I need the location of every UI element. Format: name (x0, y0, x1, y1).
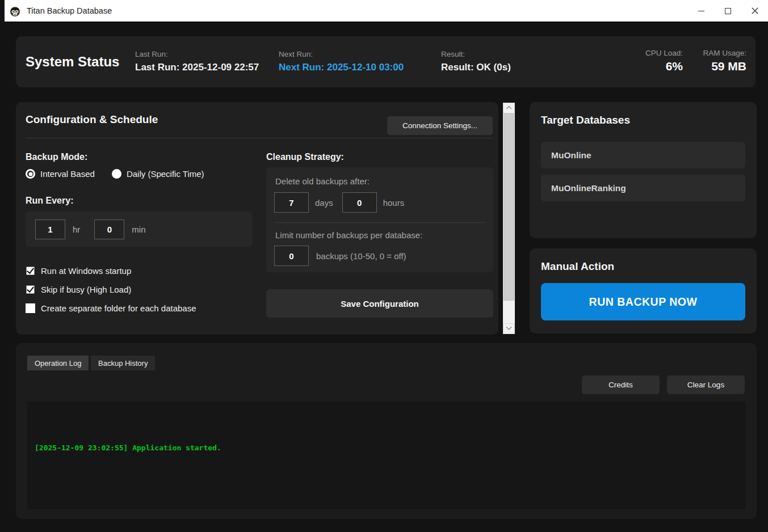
system-status-panel: System Status Last Run: Last Run: 2025-1… (16, 36, 756, 87)
cpu-load-stat: CPU Load: 6% (645, 49, 683, 73)
next-run-stat: Next Run: Next Run: 2025-12-10 03:00 (279, 50, 404, 73)
delete-hours-input[interactable] (342, 192, 377, 213)
manual-action-panel: Manual Action RUN BACKUP NOW (530, 248, 757, 333)
delete-hours-unit: hours (383, 198, 405, 208)
scrollbar-thumb[interactable] (503, 113, 514, 301)
run-minutes-unit: min (132, 225, 145, 234)
credits-button[interactable]: Credits (582, 375, 660, 394)
delete-after-row: days hours (274, 192, 404, 213)
save-configuration-button[interactable]: Save Configuration (266, 289, 493, 318)
checkbox-skip-label: Skip if busy (High Load) (41, 285, 131, 294)
cpu-load-value: 6% (645, 60, 683, 73)
checkbox-skip-if-busy[interactable]: Skip if busy (High Load) (26, 285, 131, 294)
maximize-icon (725, 8, 731, 14)
database-list-item[interactable]: MuOnlineRanking (541, 175, 745, 201)
radio-daily-label: Daily (Specific Time) (127, 169, 204, 179)
delete-days-input[interactable] (274, 192, 309, 213)
limit-backups-label: Limit number of backups per database: (275, 230, 422, 240)
run-every-box: hr min (26, 212, 253, 247)
divider (26, 138, 493, 138)
close-button[interactable] (741, 0, 768, 22)
run-backup-now-button[interactable]: RUN BACKUP NOW (541, 283, 745, 320)
clear-logs-button[interactable]: Clear Logs (667, 375, 745, 394)
next-run-value: Next Run: 2025-12-10 03:00 (279, 62, 404, 73)
ram-usage-label: RAM Usage: (703, 49, 746, 57)
result-label: Result: (441, 50, 511, 58)
checkbox-checked-icon (26, 285, 35, 294)
operation-log-output[interactable]: [2025-12-09 23:02:55] Application starte… (27, 402, 746, 509)
backup-mode-label: Backup Mode: (26, 152, 87, 162)
window-title: Titan Backup Database (27, 6, 112, 15)
app-icon (9, 5, 22, 17)
ram-usage-stat: RAM Usage: 59 MB (703, 49, 746, 73)
last-run-value: Last Run: 2025-12-09 22:57 (135, 62, 259, 73)
tab-backup-history[interactable]: Backup History (91, 356, 155, 370)
window-controls (688, 0, 768, 22)
maximize-button[interactable] (715, 0, 741, 22)
target-databases-title: Target Databases (541, 114, 630, 126)
radio-unselected-icon (112, 169, 121, 179)
checkbox-separate-folder[interactable]: Create separate folder for each database (26, 303, 196, 313)
checkbox-unchecked-icon (26, 303, 35, 313)
checkbox-run-at-startup[interactable]: Run at Windows startup (26, 266, 131, 276)
delete-days-unit: days (315, 198, 333, 208)
last-run-label: Last Run: (135, 50, 259, 58)
checkbox-startup-label: Run at Windows startup (41, 266, 131, 276)
connection-settings-button[interactable]: Connection Settings... (387, 116, 493, 135)
next-run-label: Next Run: (279, 50, 404, 58)
configuration-panel: Configuration & Schedule Connection Sett… (16, 102, 498, 335)
limit-backups-input[interactable] (274, 246, 309, 266)
result-value: Result: OK (0s) (441, 62, 511, 73)
radio-selected-icon (26, 169, 35, 179)
tab-operation-log[interactable]: Operation Log (27, 356, 89, 370)
last-run-stat: Last Run: Last Run: 2025-12-09 22:57 (135, 50, 259, 73)
limit-backups-unit: backups (10-50, 0 = off) (316, 251, 406, 261)
scrollbar-up-button[interactable] (503, 103, 515, 113)
minimize-icon (698, 11, 704, 11)
close-icon (752, 7, 758, 14)
cleanup-strategy-label: Cleanup Strategy: (266, 152, 344, 162)
backup-mode-options: Interval Based Daily (Specific Time) (26, 169, 204, 179)
titlebar: Titan Backup Database (5, 0, 768, 23)
configuration-title: Configuration & Schedule (26, 113, 158, 126)
run-minutes-input[interactable] (94, 219, 124, 239)
scrollbar-down-button[interactable] (503, 323, 515, 334)
radio-interval-label: Interval Based (40, 169, 95, 179)
database-list-item[interactable]: MuOnline (541, 142, 745, 168)
ram-usage-value: 59 MB (703, 60, 746, 73)
checkbox-checked-icon (26, 266, 35, 276)
minimize-button[interactable] (688, 0, 715, 22)
radio-interval-based[interactable]: Interval Based (26, 169, 95, 179)
app-window: Titan Backup Database System Status Last… (0, 0, 768, 532)
chevron-up-icon (506, 106, 512, 112)
checkbox-folder-label: Create separate folder for each database (41, 303, 196, 313)
result-stat: Result: Result: OK (0s) (441, 50, 511, 73)
manual-action-title: Manual Action (541, 260, 614, 273)
run-hours-unit: hr (73, 225, 80, 234)
divider (274, 222, 485, 223)
chevron-down-icon (506, 324, 512, 330)
log-entry: [2025-12-09 23:02:55] Application starte… (35, 444, 746, 452)
log-panel: Operation Log Backup History Credits Cle… (16, 343, 757, 519)
cpu-load-label: CPU Load: (645, 49, 683, 57)
limit-backups-row: backups (10-50, 0 = off) (274, 246, 406, 266)
config-scrollbar[interactable] (503, 103, 515, 334)
run-every-label: Run Every: (26, 196, 73, 206)
status-title: System Status (26, 54, 119, 70)
cleanup-box: Delete old backups after: days hours Lim… (266, 167, 493, 272)
target-databases-panel: Target Databases MuOnline MuOnlineRankin… (530, 102, 757, 238)
delete-after-label: Delete old backups after: (275, 176, 370, 186)
run-hours-input[interactable] (35, 219, 65, 239)
radio-daily-time[interactable]: Daily (Specific Time) (112, 169, 204, 179)
